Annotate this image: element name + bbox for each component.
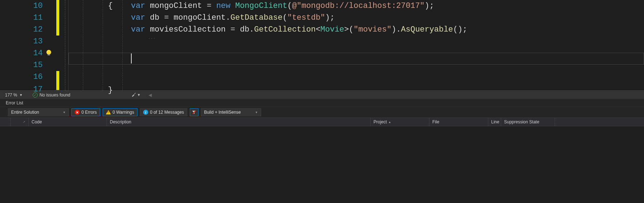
token-type: Movie: [320, 25, 344, 34]
token-keyword: var: [131, 1, 145, 10]
code-line[interactable]: [69, 47, 644, 59]
token-identifier: moviesCollection: [145, 25, 231, 34]
line-number: 10: [21, 1, 43, 10]
lightbulb-icon[interactable]: [46, 49, 52, 57]
line-number-gutter: 10 11 12 13 14 15 16 17: [0, 0, 53, 90]
token-operator: =: [207, 1, 211, 10]
error-icon: ✕: [75, 110, 80, 115]
clear-filter-icon: [192, 110, 197, 115]
token-punct: .: [249, 25, 254, 34]
line-number: 13: [21, 37, 43, 46]
warnings-filter-button[interactable]: 0 Warnings: [103, 108, 137, 116]
code-line[interactable]: }: [69, 83, 644, 90]
code-line[interactable]: var mongoClient = new MongoClient(@"mong…: [69, 0, 644, 12]
svg-rect-1: [48, 54, 50, 55]
token-keyword: new: [211, 1, 235, 10]
token-identifier: mongoClient: [145, 1, 207, 10]
token-punct: .: [226, 13, 230, 22]
token-operator: =: [164, 13, 169, 22]
code-line[interactable]: [69, 71, 644, 83]
warnings-count: 0 Warnings: [113, 110, 134, 115]
code-line[interactable]: [69, 59, 644, 71]
column-project[interactable]: Project ▲: [371, 118, 429, 126]
errors-filter-button[interactable]: ✕ 0 Errors: [71, 108, 100, 116]
brace-open: {: [108, 1, 113, 10]
issues-text: No issues found: [39, 93, 70, 98]
token-type: MongoClient: [235, 1, 287, 10]
error-list-panel-title[interactable]: Error List: [0, 99, 644, 107]
token-punct: (: [287, 1, 292, 10]
sort-ascending-icon: ▲: [388, 121, 391, 124]
token-method: AsQueryable: [401, 25, 453, 34]
token-punct: );: [325, 13, 334, 22]
column-file[interactable]: File: [429, 118, 488, 126]
token-method: GetDatabase: [230, 13, 282, 22]
outlining-margin[interactable]: [62, 0, 69, 90]
errors-count: 0 Errors: [81, 110, 97, 115]
line-number: 11: [21, 13, 43, 22]
clear-filter-button[interactable]: [190, 108, 198, 116]
token-identifier: db: [145, 13, 164, 22]
line-number: 14: [21, 49, 43, 58]
brace-close: }: [108, 86, 113, 95]
token-punct: <: [316, 25, 320, 34]
code-line[interactable]: var moviesCollection = db.GetCollection<…: [69, 24, 644, 36]
chevron-down-icon: ▼: [255, 111, 258, 114]
column-severity-icon[interactable]: [0, 118, 11, 126]
token-keyword: var: [131, 13, 145, 22]
dropdown-caret-icon[interactable]: ▼: [137, 93, 141, 97]
code-text-area[interactable]: ... { var mongoClient = new MongoClient(…: [69, 0, 644, 90]
line-number: 12: [21, 25, 43, 34]
error-list-rows[interactable]: [0, 126, 644, 203]
token-punct: );: [425, 1, 434, 10]
code-editor[interactable]: 10 11 12 13 14 15 16 17 ...: [0, 0, 644, 90]
context-label: Build + IntelliSense: [204, 110, 241, 115]
column-default[interactable]: ↗: [11, 118, 29, 126]
line-number: 15: [21, 61, 43, 70]
code-hint-dots: ...: [148, 36, 156, 40]
scope-dropdown[interactable]: Entire Solution ▼: [8, 108, 69, 116]
token-punct: (: [283, 13, 287, 22]
token-punct: .: [396, 25, 401, 34]
column-project-label: Project: [373, 119, 387, 124]
column-description[interactable]: Description: [107, 118, 371, 126]
editor-status-bar: 177 % ▼ ✓ No issues found ▼ ◀: [0, 90, 644, 99]
panel-title-text: Error List: [6, 100, 23, 105]
token-punct: (: [349, 25, 353, 34]
build-context-dropdown[interactable]: Build + IntelliSense ▼: [201, 108, 261, 116]
error-list-toolbar: Entire Solution ▼ ✕ 0 Errors 0 Warnings …: [0, 107, 644, 118]
info-icon: i: [143, 110, 148, 115]
token-string: "movies": [354, 25, 392, 34]
text-caret: [131, 53, 132, 63]
code-line[interactable]: var db = mongoClient.GetDatabase("testdb…: [69, 12, 644, 24]
token-keyword: var: [131, 25, 145, 34]
chevron-down-icon: ▼: [63, 111, 66, 114]
warning-icon: [106, 110, 111, 114]
token-identifier: mongoClient: [169, 13, 226, 22]
token-string: "mongodb://localhost:27017": [297, 1, 424, 10]
error-list-columns: ↗ Code Description Project ▲ File Line S…: [0, 118, 644, 126]
column-code[interactable]: Code: [29, 118, 107, 126]
line-number: 17: [21, 85, 43, 94]
column-line[interactable]: Line: [488, 118, 501, 126]
messages-count: 0 of 12 Messages: [150, 110, 184, 115]
messages-filter-button[interactable]: i 0 of 12 Messages: [140, 108, 187, 116]
token-punct: ();: [453, 25, 467, 34]
token-string: "testdb": [287, 13, 325, 22]
scroll-left-icon[interactable]: ◀: [149, 93, 152, 98]
scope-label: Entire Solution: [11, 110, 39, 115]
token-string: @: [292, 1, 297, 10]
token-punct: >: [344, 25, 349, 34]
screwdriver-icon[interactable]: [131, 92, 136, 98]
change-margin: [53, 0, 62, 90]
column-suppression-state[interactable]: Suppression State: [501, 118, 555, 126]
token-punct: ): [391, 25, 396, 34]
line-number: 16: [21, 72, 43, 81]
token-operator: =: [230, 25, 235, 34]
token-identifier: db: [235, 25, 249, 34]
zoom-level[interactable]: 177 %: [5, 93, 17, 98]
token-method: GetCollection: [254, 25, 316, 34]
